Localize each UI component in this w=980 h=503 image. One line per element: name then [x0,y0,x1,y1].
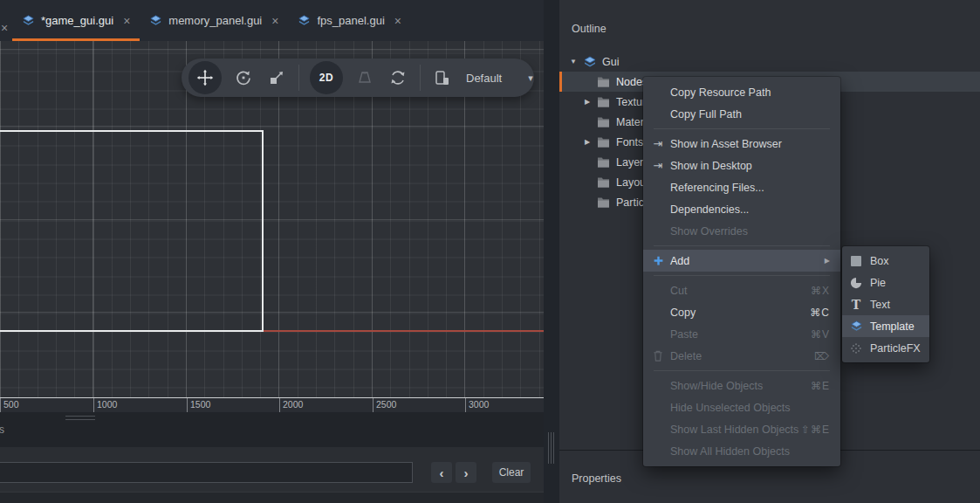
horizontal-drag-handle[interactable] [65,416,95,420]
menu-item-copy-resource-path[interactable]: Copy Resource Path [643,81,840,103]
menu-label: Hide Unselected Objects [670,402,791,414]
console-panel: s ‹ › Clear [0,412,544,503]
submenu-arrow-icon: ▶ [825,257,830,265]
menu-item-copy[interactable]: Copy ⌘C [643,301,840,323]
console-search-bar: ‹ › Clear [0,447,544,492]
scale-icon [268,69,285,86]
menu-label: Copy Resource Path [670,86,771,99]
console-search-input[interactable] [0,462,413,483]
menu-item-copy-full-path[interactable]: Copy Full Path [643,103,840,125]
tab-strip: *game_gui.gui × memory_panel.gui × fps_p… [12,0,411,41]
scale-tool-button[interactable] [265,66,288,89]
menu-label: Show in Asset Browser [670,138,782,150]
menu-divider [654,370,830,371]
menu-item-hide-unselected: Hide Unselected Objects [643,396,840,418]
menu-item-show-in-desktop[interactable]: ⇥ Show in Desktop [643,155,840,176]
move-tool-button[interactable] [188,61,222,94]
menu-label: Show All Hidden Objects [670,445,790,458]
tab-bar: × *game_gui.gui × memory_panel.gui × [0,0,544,41]
tree-row-gui[interactable]: ▼ Gui [559,52,980,72]
tab-fps-panel[interactable]: fps_panel.gui × [288,0,411,41]
outline-panel-title: Outline [572,23,607,35]
text-icon: T [849,298,863,312]
shortcut-label: ⌘V [811,328,830,341]
menu-item-referencing-files[interactable]: Referencing Files... [643,176,840,198]
x-axis-line [264,330,544,332]
rotate-tool-button[interactable] [232,66,255,89]
submenu-item-particlefx[interactable]: ParticleFX [842,337,929,359]
menu-label: Text [870,299,890,311]
2d-mode-button[interactable]: 2D [310,61,343,94]
close-icon[interactable]: × [394,15,401,27]
find-next-button[interactable]: › [456,462,476,483]
menu-item-show-overrides: Show Overrides [643,220,840,242]
menu-label: Paste [670,328,698,341]
menu-divider [654,245,830,246]
find-previous-button[interactable]: ‹ [431,462,452,483]
menu-item-add[interactable]: Add ▶ [643,250,840,272]
menu-item-dependencies[interactable]: Dependencies... [643,198,840,220]
menu-item-delete: Delete ⌦ [643,345,840,367]
console-bottom-band [0,492,544,503]
folder-icon [597,136,612,148]
ruler-tick: 1000 [93,398,117,412]
ruler-tick: 500 [0,398,19,412]
submenu-item-template[interactable]: Template [842,315,929,337]
submenu-item-box[interactable]: Box [842,250,929,272]
folder-icon [597,156,612,168]
menu-label: Box [870,255,889,267]
close-icon[interactable]: × [123,15,130,27]
tab-game-gui[interactable]: *game_gui.gui × [12,0,140,41]
folder-icon [597,176,612,188]
gui-node-icon [583,55,598,69]
gui-file-icon [22,14,35,27]
clipped-tab-text: s [0,424,4,436]
vertical-drag-handle[interactable] [548,432,555,464]
shortcut-label: ⇧⌘E [801,424,830,436]
gui-scene-bounds [0,130,264,332]
tree-label: Fonts [616,136,643,148]
menu-label: Copy [670,307,696,319]
menu-label: Cut [670,285,687,297]
menu-label: Dependencies... [670,203,749,216]
plus-icon [651,255,665,266]
tab-memory-panel[interactable]: memory_panel.gui × [140,0,288,41]
shortcut-label: ⌘E [811,380,830,392]
context-menu: Copy Resource Path Copy Full Path ⇥ Show… [643,77,840,466]
box-icon [849,255,863,267]
clipped-tab-close-icon[interactable]: × [1,22,8,34]
properties-panel-title: Properties [572,472,621,485]
shortcut-label: ⌦ [814,350,830,362]
expander-closed-icon[interactable]: ▶ [582,98,593,106]
submenu-item-pie[interactable]: Pie [842,272,929,293]
layout-selector-value[interactable]: Default [466,72,502,85]
ruler-tick: 1500 [187,398,210,412]
menu-label: Show Last Hidden Objects [670,424,798,436]
clear-button[interactable]: Clear [492,462,531,483]
panel-splitter[interactable] [544,0,559,503]
menu-item-show-in-asset-browser[interactable]: ⇥ Show in Asset Browser [643,133,840,155]
device-layout-icon [431,66,454,89]
perspective-camera-button[interactable] [353,66,376,89]
close-icon[interactable]: × [271,15,278,27]
reset-camera-button[interactable] [387,66,409,89]
rotate-icon [235,69,252,86]
submenu-item-text[interactable]: T Text [842,293,929,315]
trash-icon [651,350,665,362]
expander-closed-icon[interactable]: ▶ [582,138,593,146]
menu-divider [654,128,830,129]
menu-label: Show in Desktop [670,160,752,172]
tree-label: Gui [602,56,619,68]
expander-open-icon[interactable]: ▼ [568,58,579,65]
ruler-tick: 3000 [465,398,489,412]
menu-item-show-last-hidden: Show Last Hidden Objects ⇧⌘E [643,418,840,440]
chevron-down-icon[interactable]: ▾ [528,72,533,84]
tab-label: memory_panel.gui [168,14,262,27]
move-icon [196,69,214,86]
menu-label: Delete [670,350,702,362]
ruler-tick: 2500 [373,398,396,412]
viewport-toolbar: 2D Default ▾ [182,59,534,97]
particlefx-icon [849,342,863,355]
frustum-icon [356,69,373,86]
scene-viewport[interactable]: 2D Default ▾ [0,41,544,397]
